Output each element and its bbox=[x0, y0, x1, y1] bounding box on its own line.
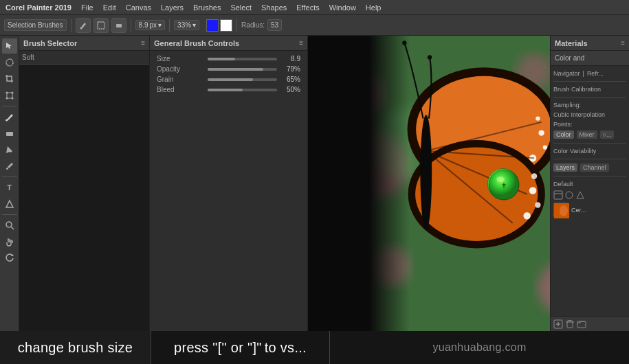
svg-rect-53 bbox=[554, 191, 562, 199]
grain-slider[interactable] bbox=[208, 78, 277, 81]
svg-rect-10 bbox=[6, 132, 13, 136]
menu-shapes[interactable]: Shapes bbox=[257, 2, 291, 13]
text-icon: T bbox=[7, 183, 12, 192]
brush-selector-content bbox=[19, 65, 149, 331]
toolbar: Selection Brushes 8.9 px ▾ 33% ▾ Radius:… bbox=[0, 15, 629, 36]
brush-controls-content: Size 8.9 Opacity 79% Grain 65% bbox=[150, 51, 307, 98]
group-layer-icon[interactable] bbox=[577, 319, 586, 329]
select-tool-btn[interactable] bbox=[93, 18, 109, 33]
separator-2 bbox=[131, 19, 131, 32]
watermark-text: yuanhuabang.com bbox=[432, 341, 526, 354]
menu-layers[interactable]: Layers bbox=[157, 2, 188, 13]
svg-point-8 bbox=[11, 98, 13, 100]
mixer-tab[interactable]: Mixer bbox=[577, 130, 597, 139]
color-tab[interactable]: Color bbox=[553, 130, 574, 139]
svg-point-47 bbox=[428, 55, 432, 59]
svg-line-14 bbox=[11, 227, 14, 229]
erase-tool-btn[interactable] bbox=[111, 18, 126, 33]
brush-controls-title: General Brush Controls bbox=[154, 39, 239, 47]
menu-brushes[interactable]: Brushes bbox=[189, 2, 225, 13]
tip-label-section: change brush size bbox=[0, 331, 151, 364]
layer-icon-3[interactable] bbox=[575, 190, 585, 200]
svg-point-33 bbox=[543, 145, 547, 149]
navigator-section: Navigator | Refr... bbox=[553, 69, 626, 82]
panel-menu-icon[interactable]: ≡ bbox=[141, 39, 145, 47]
menu-window[interactable]: Window bbox=[325, 2, 360, 13]
app-title: Corel Painter 2019 bbox=[5, 3, 71, 12]
delete-layer-icon[interactable] bbox=[565, 319, 575, 329]
layer-icon-1[interactable] bbox=[553, 190, 563, 200]
svg-marker-12 bbox=[6, 201, 13, 207]
menu-file[interactable]: File bbox=[77, 2, 98, 13]
rotate-tool[interactable] bbox=[2, 251, 17, 266]
zoom-tool[interactable] bbox=[2, 218, 17, 233]
layers-tab[interactable]: Layers bbox=[553, 163, 577, 172]
svg-rect-2 bbox=[116, 24, 122, 27]
layer-thumbnail[interactable] bbox=[553, 203, 569, 218]
menu-select[interactable]: Select bbox=[226, 2, 256, 13]
tip-label: change brush size bbox=[18, 340, 133, 356]
tip-shortcut-section: press "[" or "]" to vs... bbox=[151, 331, 330, 364]
brush-selector-panel: Brush Selector ≡ Soft bbox=[19, 36, 150, 331]
brush-size-value: 8.9 bbox=[139, 21, 148, 29]
menu-effects[interactable]: Effects bbox=[292, 2, 323, 13]
menu-canvas[interactable]: Canvas bbox=[122, 2, 155, 13]
opacity-slider[interactable] bbox=[208, 68, 277, 71]
hand-tool[interactable] bbox=[2, 234, 17, 249]
default-row: Default bbox=[553, 179, 626, 189]
brush-tool[interactable] bbox=[2, 109, 17, 124]
menu-help[interactable]: Help bbox=[362, 2, 386, 13]
materials-menu[interactable]: ≡ bbox=[621, 39, 625, 47]
sampling-value-row: Cubic Interpolation bbox=[553, 110, 626, 120]
layer-thumbnail-row: Cer... bbox=[553, 201, 626, 219]
canvas-paint-overlay bbox=[308, 36, 410, 331]
brush-tool-btn[interactable] bbox=[76, 18, 91, 33]
preset-label: Selection Brushes bbox=[4, 19, 67, 31]
right-panel-bottom bbox=[551, 316, 629, 331]
shape-tool[interactable] bbox=[2, 196, 17, 212]
color-sets-tab[interactable]: ○... bbox=[600, 130, 615, 139]
secondary-color[interactable] bbox=[220, 19, 232, 32]
eraser-tool[interactable] bbox=[2, 126, 17, 141]
brush-size-dropdown[interactable]: 8.9 px ▾ bbox=[135, 20, 165, 30]
size-slider[interactable] bbox=[208, 58, 277, 60]
separator-1 bbox=[71, 19, 71, 32]
add-layer-icon[interactable] bbox=[553, 319, 563, 329]
brush-controls-menu-icon[interactable]: ≡ bbox=[299, 39, 303, 47]
color-variability-row[interactable]: Color Variability bbox=[553, 146, 626, 156]
channels-tab[interactable]: Channel bbox=[580, 163, 609, 172]
brush-list bbox=[19, 65, 149, 67]
color-swatches bbox=[206, 19, 232, 32]
crop-tool[interactable] bbox=[2, 71, 17, 87]
control-size: Size 8.9 bbox=[153, 54, 305, 64]
menu-edit[interactable]: Edit bbox=[99, 2, 120, 13]
control-bleed: Bleed 50% bbox=[153, 84, 305, 95]
svg-point-37 bbox=[529, 187, 536, 194]
zoom-dropdown[interactable]: 33% ▾ bbox=[174, 20, 199, 30]
text-tool[interactable]: T bbox=[2, 180, 17, 195]
color-variability-section: Color Variability bbox=[553, 146, 626, 159]
canvas-area[interactable] bbox=[308, 36, 550, 331]
sampling-row: Sampling: bbox=[553, 100, 626, 110]
svg-point-39 bbox=[523, 212, 530, 219]
brush-controls-header: General Brush Controls ≡ bbox=[150, 36, 307, 51]
lasso-tool[interactable] bbox=[2, 55, 17, 70]
tabs-row: Color Mixer ○... bbox=[553, 129, 626, 140]
select-tool[interactable] bbox=[2, 38, 17, 54]
layer-name: Cer... bbox=[571, 207, 586, 214]
radius-value: 53 bbox=[267, 19, 282, 31]
fill-tool[interactable] bbox=[2, 142, 17, 157]
primary-color[interactable] bbox=[206, 19, 219, 32]
brush-cursor bbox=[487, 168, 519, 200]
brush-cal-row[interactable]: Brush Calibration bbox=[553, 84, 626, 94]
control-grain: Grain 65% bbox=[153, 74, 305, 84]
layer-icon-2[interactable] bbox=[564, 190, 574, 200]
right-panel-content: Navigator | Refr... Brush Calibration Sa… bbox=[551, 66, 629, 316]
right-panels: Materials ≡ Color and Navigator | Refr..… bbox=[550, 36, 629, 331]
transform-tool[interactable] bbox=[2, 88, 17, 103]
brush-size-unit: px bbox=[150, 21, 157, 29]
eyedropper-tool[interactable] bbox=[2, 159, 17, 174]
bleed-slider[interactable] bbox=[208, 89, 277, 91]
brush-selector-header: Brush Selector ≡ bbox=[19, 36, 149, 51]
tip-extra-section: yuanhuabang.com bbox=[330, 331, 629, 364]
